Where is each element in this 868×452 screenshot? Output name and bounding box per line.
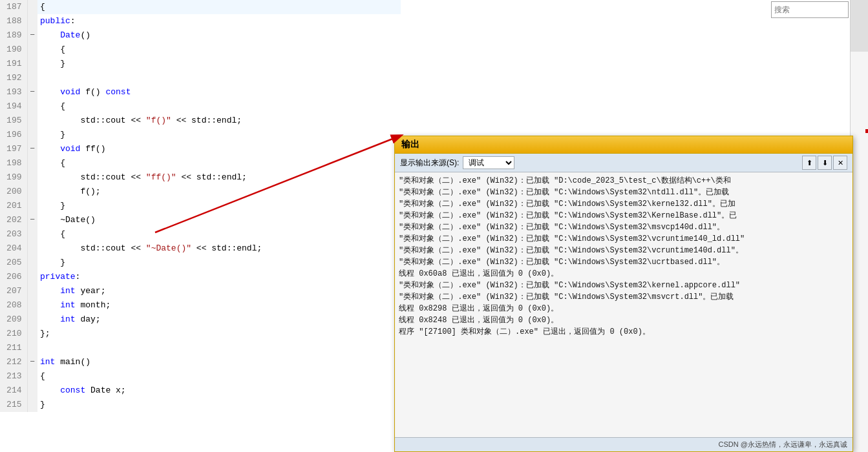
output-title-text: 输出 [401, 139, 419, 149]
code-content: std::cout << "ff()" << std::endl; [37, 170, 401, 185]
fold-toggle [27, 227, 37, 241]
code-content: f(); [37, 185, 401, 199]
line-number: 189 [0, 28, 27, 43]
source-select[interactable]: 调试 [463, 156, 514, 169]
line-number: 196 [0, 128, 27, 142]
toolbar-buttons: ⬆ ⬇ ✕ [802, 156, 847, 170]
output-line: "类和对象（二）.exe" (Win32)：已加载 "C:\Windows\Sy… [399, 245, 849, 256]
code-content: Date() [37, 28, 401, 43]
output-line: "类和对象（二）.exe" (Win32)：已加载 "D:\code_2023_… [399, 175, 849, 187]
toolbar-btn-2[interactable]: ⬇ [818, 156, 832, 170]
code-line-205: 205 } [0, 256, 401, 270]
code-content: private: [37, 270, 401, 284]
line-number: 191 [0, 57, 27, 71]
code-line-187: 187{ [0, 0, 401, 14]
search-input[interactable] [774, 5, 845, 14]
code-line-208: 208 int month; [0, 298, 401, 313]
line-number: 193 [0, 85, 27, 99]
toolbar-btn-1[interactable]: ⬆ [802, 156, 816, 170]
line-number: 215 [0, 398, 27, 412]
code-content: int day; [37, 313, 401, 327]
code-content: int month; [37, 298, 401, 313]
code-line-209: 209 int day; [0, 313, 401, 327]
code-content: int year; [37, 284, 401, 298]
fold-toggle [27, 341, 37, 355]
code-line-201: 201 } [0, 199, 401, 213]
search-box[interactable] [771, 1, 849, 18]
fold-toggle [27, 156, 37, 170]
line-number: 212 [0, 355, 27, 369]
fold-toggle [27, 0, 37, 14]
line-number: 192 [0, 71, 27, 85]
line-number: 214 [0, 384, 27, 398]
code-line-189: 189− Date() [0, 28, 401, 43]
line-number: 203 [0, 227, 27, 241]
line-number: 211 [0, 341, 27, 355]
code-line-210: 210}; [0, 327, 401, 341]
code-line-194: 194 { [0, 99, 401, 114]
fold-toggle[interactable]: − [27, 213, 37, 227]
code-content: { [37, 99, 401, 114]
code-line-197: 197− void ff() [0, 142, 401, 156]
fold-toggle [27, 114, 37, 128]
fold-toggle [27, 327, 37, 341]
output-line: "类和对象（二）.exe" (Win32)：已加载 "C:\Windows\Sy… [399, 233, 849, 245]
code-content: public: [37, 14, 401, 28]
fold-toggle [27, 241, 37, 256]
fold-toggle [27, 270, 37, 284]
line-number: 201 [0, 199, 27, 213]
fold-toggle [27, 284, 37, 298]
code-line-193: 193− void f() const [0, 85, 401, 99]
code-content: void f() const [37, 85, 401, 99]
output-line: "类和对象（二）.exe" (Win32)：已加载 "C:\Windows\Sy… [399, 187, 849, 198]
output-panel: 输出 显示输出来源(S): 调试 ⬆ ⬇ ✕ "类和对象（二）.exe" (Wi… [394, 136, 853, 452]
code-content: { [37, 369, 401, 384]
line-number: 194 [0, 99, 27, 114]
code-content: void ff() [37, 142, 401, 156]
code-content: int main() [37, 355, 401, 369]
code-content: { [37, 0, 401, 14]
code-content: std::cout << "f()" << std::endl; [37, 114, 401, 128]
output-line: 线程 0x60a8 已退出，返回值为 0 (0x0)。 [399, 268, 849, 280]
code-content [37, 341, 401, 355]
fold-toggle [27, 398, 37, 412]
output-line: "类和对象（二）.exe" (Win32)：已加载 "C:\Windows\Sy… [399, 221, 849, 233]
fold-toggle [27, 170, 37, 185]
code-line-213: 213{ [0, 369, 401, 384]
code-content [37, 71, 401, 85]
code-editor: 187{188public:189− Date()190 {191 }19219… [0, 0, 401, 452]
fold-toggle[interactable]: − [27, 355, 37, 369]
output-content: "类和对象（二）.exe" (Win32)：已加载 "D:\code_2023_… [395, 172, 852, 437]
code-table: 187{188public:189− Date()190 {191 }19219… [0, 0, 401, 412]
output-line: "类和对象（二）.exe" (Win32)：已加载 "C:\Windows\Sy… [399, 210, 849, 221]
line-number: 206 [0, 270, 27, 284]
code-line-207: 207 int year; [0, 284, 401, 298]
code-line-215: 215} [0, 398, 401, 412]
code-line-204: 204 std::cout << "~Date()" << std::endl; [0, 241, 401, 256]
code-content: } [37, 57, 401, 71]
code-line-212: 212−int main() [0, 355, 401, 369]
fold-toggle [27, 14, 37, 28]
output-line: 线程 0x8248 已退出，返回值为 0 (0x0)。 [399, 314, 849, 326]
fold-toggle[interactable]: − [27, 142, 37, 156]
minimap-error-mark [865, 129, 868, 133]
fold-toggle[interactable]: − [27, 28, 37, 43]
code-line-198: 198 { [0, 156, 401, 170]
code-line-192: 192 [0, 71, 401, 85]
line-number: 200 [0, 185, 27, 199]
line-number: 187 [0, 0, 27, 14]
fold-toggle [27, 298, 37, 313]
code-content: } [37, 199, 401, 213]
code-line-206: 206private: [0, 270, 401, 284]
fold-toggle[interactable]: − [27, 85, 37, 99]
line-number: 208 [0, 298, 27, 313]
fold-toggle [27, 71, 37, 85]
line-number: 198 [0, 156, 27, 170]
code-line-211: 211 [0, 341, 401, 355]
minimap-thumb[interactable] [851, 0, 868, 52]
output-line: "类和对象（二）.exe" (Win32)：已加载 "C:\Windows\Sy… [399, 291, 849, 303]
code-content: std::cout << "~Date()" << std::endl; [37, 241, 401, 256]
toolbar-btn-3[interactable]: ✕ [833, 156, 847, 170]
fold-toggle [27, 384, 37, 398]
code-line-196: 196 } [0, 128, 401, 142]
